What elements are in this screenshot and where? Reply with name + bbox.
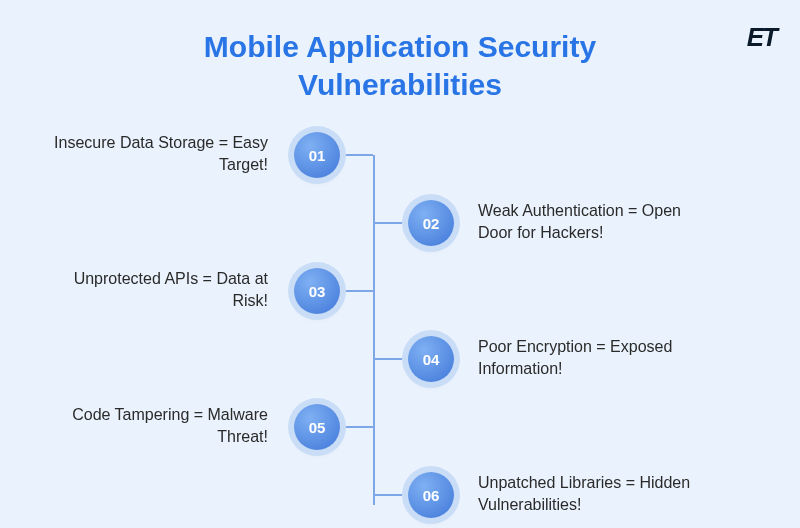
branch-line (375, 222, 408, 224)
timeline-row: 02 Weak Authentication = Open Door for H… (0, 200, 800, 246)
timeline-row: 05 Code Tampering = Malware Threat! (0, 404, 800, 450)
node-number: 01 (309, 147, 326, 164)
node-03: 03 (294, 268, 340, 314)
node-number: 03 (309, 283, 326, 300)
item-label: Unprotected APIs = Data at Risk! (38, 268, 268, 311)
node-05: 05 (294, 404, 340, 450)
node-number: 05 (309, 419, 326, 436)
node-01: 01 (294, 132, 340, 178)
item-label: Code Tampering = Malware Threat! (38, 404, 268, 447)
branch-line (340, 426, 373, 428)
branch-line (340, 290, 373, 292)
item-label: Unpatched Libraries = Hidden Vulnerabili… (478, 472, 708, 515)
node-number: 04 (423, 351, 440, 368)
page-title: Mobile Application Security Vulnerabilit… (130, 28, 670, 103)
item-label: Insecure Data Storage = Easy Target! (38, 132, 268, 175)
node-number: 02 (423, 215, 440, 232)
branch-line (340, 154, 373, 156)
item-label: Weak Authentication = Open Door for Hack… (478, 200, 708, 243)
node-06: 06 (408, 472, 454, 518)
item-label: Poor Encryption = Exposed Information! (478, 336, 708, 379)
timeline-row: 01 Insecure Data Storage = Easy Target! (0, 132, 800, 178)
timeline-row: 04 Poor Encryption = Exposed Information… (0, 336, 800, 382)
timeline-row: 06 Unpatched Libraries = Hidden Vulnerab… (0, 472, 800, 518)
timeline-diagram: 01 Insecure Data Storage = Easy Target! … (0, 120, 800, 520)
logo: ET (747, 22, 776, 53)
node-number: 06 (423, 487, 440, 504)
node-04: 04 (408, 336, 454, 382)
node-02: 02 (408, 200, 454, 246)
branch-line (375, 494, 408, 496)
branch-line (375, 358, 408, 360)
timeline-row: 03 Unprotected APIs = Data at Risk! (0, 268, 800, 314)
